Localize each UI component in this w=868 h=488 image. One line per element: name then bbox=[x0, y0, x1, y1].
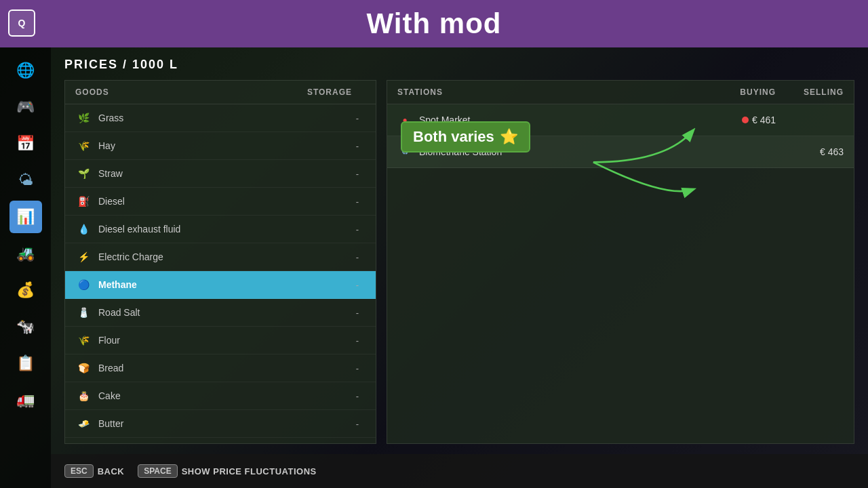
goods-item[interactable]: 🧂 Road Salt - bbox=[65, 299, 376, 327]
goods-icon-grass: 🌿 bbox=[75, 110, 92, 126]
fluctuations-label: SHOW PRICE FLUCTUATIONS bbox=[182, 466, 317, 476]
goods-item-storage: - bbox=[356, 141, 366, 151]
goods-item-storage: - bbox=[356, 391, 366, 401]
selling-col-header: SELLING bbox=[776, 87, 844, 97]
sidebar-icon-globe[interactable]: 🌐 bbox=[9, 54, 42, 87]
goods-panel: GOODS STORAGE 🌿 Grass - 🌾 Hay - 🌱 Straw … bbox=[64, 80, 376, 444]
goods-item-name: Diesel bbox=[98, 196, 356, 207]
goods-item[interactable]: 🧈 Butter - bbox=[65, 410, 376, 438]
stations-col-header: STATIONS bbox=[397, 87, 694, 97]
goods-icon-straw: 🌱 bbox=[75, 165, 92, 182]
goods-item-storage: - bbox=[356, 252, 366, 262]
sidebar-icon-money[interactable]: 💰 bbox=[9, 274, 42, 306]
goods-item-storage: - bbox=[356, 363, 366, 373]
bottom-bar: ESC BACK SPACE SHOW PRICE FLUCTUATIONS bbox=[51, 454, 868, 488]
q-button[interactable]: Q bbox=[8, 9, 35, 37]
space-key: SPACE bbox=[138, 464, 177, 478]
goods-item-name: Flour bbox=[98, 335, 356, 346]
station-selling: € 463 bbox=[776, 146, 844, 157]
goods-item-name: Straw bbox=[98, 168, 356, 179]
goods-icon-diesel: ⛽ bbox=[75, 193, 92, 209]
sidebar-icon-notes[interactable]: 📋 bbox=[9, 347, 42, 380]
goods-item[interactable]: 💧 Diesel exhaust fluid - bbox=[65, 216, 376, 243]
goods-item-name: Grass bbox=[98, 113, 356, 123]
goods-item[interactable]: 🌱 Straw - bbox=[65, 160, 376, 188]
main-content: PRICES / 1000 L GOODS STORAGE 🌿 Grass - … bbox=[51, 47, 868, 454]
goods-item-storage: - bbox=[356, 113, 366, 123]
goods-icon-road-salt: 🧂 bbox=[75, 304, 92, 321]
goods-item[interactable]: 🧀 Cheese - bbox=[65, 438, 376, 443]
goods-item[interactable]: 🌿 Grass - bbox=[65, 104, 376, 132]
red-dot bbox=[742, 117, 749, 123]
stations-list: ● Spot Market € 461 ♻ Biomethane Station… bbox=[387, 104, 854, 443]
sidebar-icon-calendar[interactable]: 📅 bbox=[9, 127, 42, 160]
sidebar: 🌐 🎮 📅 🌤 📊 🚜 💰 🐄 📋 🚛 bbox=[0, 47, 51, 488]
panels: GOODS STORAGE 🌿 Grass - 🌾 Hay - 🌱 Straw … bbox=[64, 80, 854, 444]
goods-icon-flour: 🌾 bbox=[75, 332, 92, 348]
stations-header: STATIONS BUYING SELLING bbox=[387, 81, 854, 104]
goods-item-name: Diesel exhaust fluid bbox=[98, 224, 356, 235]
goods-icon-diesel-exhaust: 💧 bbox=[75, 221, 92, 237]
goods-icon-electric-charge: ⚡ bbox=[75, 249, 92, 265]
goods-icon-bread: 🍞 bbox=[75, 360, 92, 376]
goods-item[interactable]: 🌾 Flour - bbox=[65, 327, 376, 354]
goods-item-storage: - bbox=[356, 336, 366, 346]
goods-list: 🌿 Grass - 🌾 Hay - 🌱 Straw - ⛽ Diesel - 💧… bbox=[65, 104, 376, 443]
sidebar-icon-chart[interactable]: 📊 bbox=[9, 201, 42, 233]
buying-col-header: BUYING bbox=[694, 87, 776, 97]
goods-item[interactable]: ⚡ Electric Charge - bbox=[65, 243, 376, 271]
back-label: BACK bbox=[98, 466, 125, 476]
star-icon: ⭐ bbox=[500, 128, 518, 146]
goods-icon-methane: 🔵 bbox=[75, 277, 92, 293]
esc-key: ESC bbox=[64, 464, 94, 478]
esc-back-button[interactable]: ESC BACK bbox=[64, 464, 124, 478]
goods-item-name: Road Salt bbox=[98, 307, 356, 318]
goods-item-storage: - bbox=[356, 280, 366, 290]
goods-item-name: Hay bbox=[98, 140, 356, 151]
goods-header: GOODS STORAGE bbox=[65, 81, 376, 104]
goods-item[interactable]: ⛽ Diesel - bbox=[65, 188, 376, 216]
goods-icon-butter: 🧈 bbox=[75, 415, 92, 432]
sidebar-icon-cow[interactable]: 🐄 bbox=[9, 310, 42, 343]
goods-col-header: GOODS bbox=[75, 87, 307, 97]
both-varies-text: Both varies bbox=[413, 128, 494, 146]
goods-item-storage: - bbox=[356, 169, 366, 179]
goods-item-storage: - bbox=[356, 308, 366, 318]
goods-item-storage: - bbox=[356, 419, 366, 429]
goods-icon-cake: 🎂 bbox=[75, 388, 92, 404]
storage-col-header: STORAGE bbox=[307, 87, 366, 97]
top-bar: Q With mod bbox=[0, 0, 868, 47]
both-varies-badge: Both varies ⭐ bbox=[401, 121, 530, 152]
station-buying: € 461 bbox=[694, 115, 776, 125]
goods-item-storage: - bbox=[356, 224, 366, 235]
goods-item[interactable]: 🍞 Bread - bbox=[65, 354, 376, 382]
goods-item-name: Methane bbox=[98, 279, 356, 290]
goods-item-name: Butter bbox=[98, 418, 356, 429]
stations-panel: STATIONS BUYING SELLING ● Spot Market € … bbox=[387, 80, 854, 444]
sidebar-icon-tractor[interactable]: 🚜 bbox=[9, 237, 42, 270]
page-main-title: With mod bbox=[367, 7, 502, 40]
goods-item[interactable]: 🔵 Methane - bbox=[65, 271, 376, 299]
sidebar-icon-logistics[interactable]: 🚛 bbox=[9, 384, 42, 416]
goods-icon-hay: 🌾 bbox=[75, 138, 92, 154]
goods-item-storage: - bbox=[356, 197, 366, 207]
goods-item[interactable]: 🎂 Cake - bbox=[65, 382, 376, 410]
space-fluctuations-button[interactable]: SPACE SHOW PRICE FLUCTUATIONS bbox=[138, 464, 316, 478]
goods-item-name: Electric Charge bbox=[98, 251, 356, 262]
goods-item-name: Cake bbox=[98, 390, 356, 401]
goods-item[interactable]: 🌾 Hay - bbox=[65, 132, 376, 160]
sidebar-icon-steering[interactable]: 🎮 bbox=[9, 91, 42, 123]
sidebar-icon-weather[interactable]: 🌤 bbox=[9, 164, 42, 197]
goods-item-name: Bread bbox=[98, 363, 356, 373]
page-title: PRICES / 1000 L bbox=[64, 58, 854, 72]
